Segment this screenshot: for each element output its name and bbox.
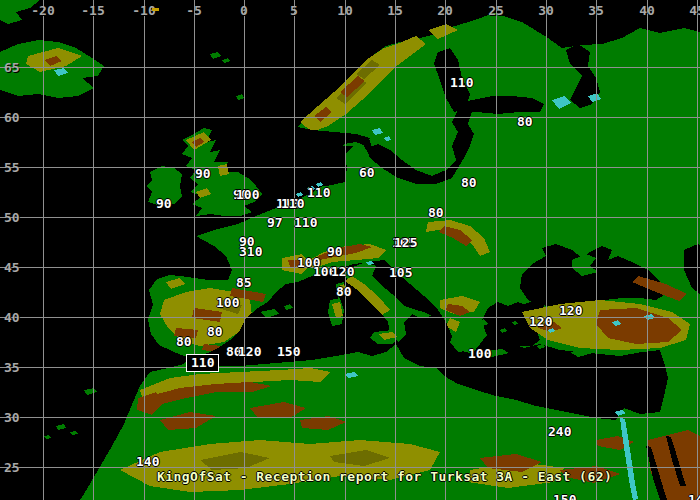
reception-value-label: 100 — [468, 347, 491, 360]
reception-value-label: 110 — [450, 76, 473, 89]
grid-line-horizontal — [0, 67, 700, 68]
grid-line-horizontal — [0, 167, 700, 168]
reception-value-label: 150 — [277, 345, 300, 358]
reception-value-label: 80 — [207, 325, 223, 338]
axis-tick-left: 50 — [4, 211, 20, 224]
reception-value-label: 120 — [238, 345, 261, 358]
reception-value-label: 80 — [336, 285, 352, 298]
reception-value-label: 105 — [389, 266, 412, 279]
reception-value-label: 80 — [461, 176, 477, 189]
satellite-position-marker — [152, 8, 159, 11]
axis-tick-top: 10 — [337, 4, 353, 17]
reception-value-label: 120 — [529, 315, 552, 328]
axis-tick-top: 25 — [488, 4, 504, 17]
reception-value-label: 80 — [176, 335, 192, 348]
axis-tick-left: 55 — [4, 161, 20, 174]
reception-value-label: 100 — [236, 188, 259, 201]
reception-value-label: 80 — [517, 115, 533, 128]
axis-tick-top: -15 — [81, 4, 104, 17]
axis-tick-left: 60 — [4, 111, 20, 124]
grid-line-vertical — [697, 0, 698, 500]
grid-line-vertical — [93, 0, 94, 500]
grid-line-vertical — [546, 0, 547, 500]
grid-line-horizontal — [0, 117, 700, 118]
reception-value-label: 310 — [239, 245, 262, 258]
axis-tick-top: 0 — [240, 4, 248, 17]
axis-tick-top: 35 — [588, 4, 604, 17]
axis-tick-top: 20 — [437, 4, 453, 17]
reception-value-label: 140 — [688, 493, 700, 500]
grid-line-horizontal — [0, 417, 700, 418]
reception-value-label: 125 — [394, 236, 417, 249]
grid-line-horizontal — [0, 317, 700, 318]
reception-value-label: 110 — [294, 216, 317, 229]
reception-value-label: 150 — [553, 493, 576, 500]
grid-line-horizontal — [0, 217, 700, 218]
grid-line-vertical — [43, 0, 44, 500]
grid-line-vertical — [445, 0, 446, 500]
grid-line-vertical — [496, 0, 497, 500]
axis-tick-top: 5 — [290, 4, 298, 17]
axis-tick-left: 25 — [4, 461, 20, 474]
reception-value-label: 240 — [548, 425, 571, 438]
reception-value-label: 120 — [559, 304, 582, 317]
map-caption: KingOfSat - Reception report for Turksat… — [157, 469, 612, 484]
axis-tick-left: 30 — [4, 411, 20, 424]
reception-value-label-highlighted: 110 — [186, 354, 219, 372]
reception-value-label: 120 — [331, 265, 354, 278]
axis-tick-top: 15 — [387, 4, 403, 17]
axis-tick-left: 40 — [4, 311, 20, 324]
europe-relief-map — [0, 0, 700, 500]
reception-value-label: 60 — [359, 166, 375, 179]
reception-value-label: 140 — [136, 455, 159, 468]
reception-value-label: 97 — [267, 216, 283, 229]
reception-map-screen: -20-15-10-505101520253035404565605550454… — [0, 0, 700, 500]
reception-value-label: 80 — [428, 206, 444, 219]
reception-value-label: 110 — [281, 197, 304, 210]
reception-value-label: 90 — [156, 197, 172, 210]
grid-line-vertical — [194, 0, 195, 500]
reception-value-label: 110 — [307, 186, 330, 199]
grid-line-vertical — [395, 0, 396, 500]
axis-tick-top: -20 — [31, 4, 54, 17]
grid-line-vertical — [294, 0, 295, 500]
grid-line-horizontal — [0, 367, 700, 368]
grid-line-vertical — [647, 0, 648, 500]
axis-tick-top: 30 — [538, 4, 554, 17]
axis-tick-top: 40 — [639, 4, 655, 17]
reception-value-label: 90 — [327, 245, 343, 258]
axis-tick-left: 65 — [4, 61, 20, 74]
reception-value-label: 85 — [236, 276, 252, 289]
grid-line-vertical — [144, 0, 145, 500]
grid-line-horizontal — [0, 467, 700, 468]
grid-line-vertical — [345, 0, 346, 500]
axis-tick-top: 45 — [689, 4, 700, 17]
reception-value-label: 90 — [195, 167, 211, 180]
axis-tick-left: 45 — [4, 261, 20, 274]
grid-line-vertical — [596, 0, 597, 500]
axis-tick-left: 35 — [4, 361, 20, 374]
axis-tick-top: -5 — [186, 4, 202, 17]
reception-value-label: 100 — [216, 296, 239, 309]
